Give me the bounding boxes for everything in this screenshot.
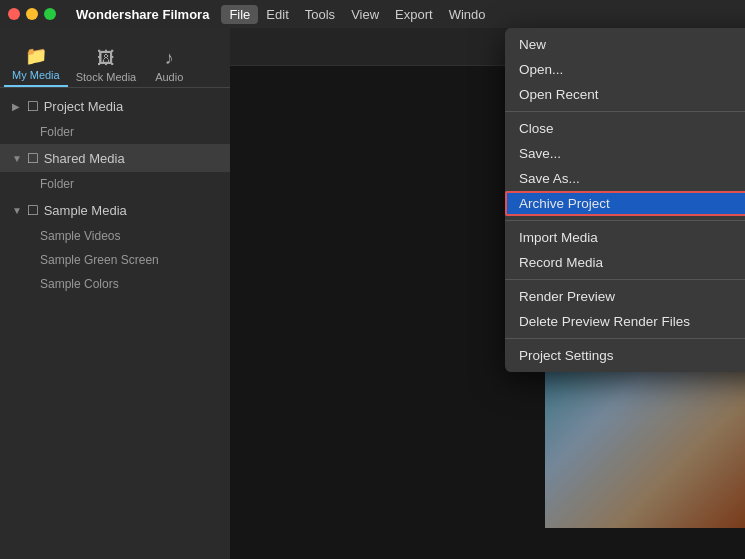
shared-media-label: Shared Media — [44, 151, 125, 166]
folder-icon-sample: □ — [28, 201, 38, 219]
menu-windo[interactable]: Windo — [441, 5, 494, 24]
menubar: Wondershare Filmora File Edit Tools View… — [0, 0, 745, 28]
menu-item-import-media-label: Import Media — [519, 230, 598, 245]
sidebar-item-sample-colors[interactable]: Sample Colors — [0, 272, 230, 296]
menu-item-archive-label: Archive Project — [519, 196, 610, 211]
tab-stock-media-label: Stock Media — [76, 71, 137, 83]
separator-3 — [505, 279, 745, 280]
sidebar-item-sample-green-screen[interactable]: Sample Green Screen — [0, 248, 230, 272]
chevron-icon-sample: ▼ — [12, 205, 22, 216]
menu-item-project-settings[interactable]: Project Settings — [505, 343, 745, 368]
menu-item-new[interactable]: New › — [505, 32, 745, 57]
menu-item-render-preview[interactable]: Render Preview — [505, 284, 745, 309]
menu-item-delete-preview[interactable]: Delete Preview Render Files — [505, 309, 745, 334]
folder-icon: □ — [28, 97, 38, 115]
sidebar-tree: ▶ □ Project Media Folder ▼ □ Shared Medi… — [0, 88, 230, 559]
tab-my-media-label: My Media — [12, 69, 60, 81]
menu-item-delete-preview-label: Delete Preview Render Files — [519, 314, 690, 329]
chevron-icon-shared: ▼ — [12, 153, 22, 164]
menu-item-render-preview-label: Render Preview — [519, 289, 615, 304]
menu-file[interactable]: File — [221, 5, 258, 24]
menu-export[interactable]: Export — [387, 5, 441, 24]
menu-edit[interactable]: Edit — [258, 5, 296, 24]
menu-item-save[interactable]: Save... ⌘S — [505, 141, 745, 166]
menu-item-save-label: Save... — [519, 146, 561, 161]
separator-1 — [505, 111, 745, 112]
file-dropdown-menu: New › Open... ⌘O Open Recent › Close ⌘W — [505, 28, 745, 372]
tab-audio[interactable]: ♪ Audio — [144, 44, 194, 87]
separator-4 — [505, 338, 745, 339]
menu-item-archive[interactable]: Archive Project ⇧⌘A — [505, 191, 745, 216]
menu-item-close[interactable]: Close ⌘W — [505, 116, 745, 141]
sidebar-item-project-media[interactable]: ▶ □ Project Media — [0, 92, 230, 120]
sample-colors-label: Sample Colors — [40, 277, 119, 291]
tab-my-media[interactable]: 📁 My Media — [4, 41, 68, 87]
menu-item-save-as-label: Save As... — [519, 171, 580, 186]
main-area: 📁 My Media 🖼 Stock Media ♪ Audio ▶ □ Pro… — [0, 28, 745, 559]
menu-item-open[interactable]: Open... ⌘O — [505, 57, 745, 82]
sample-green-screen-label: Sample Green Screen — [40, 253, 159, 267]
sidebar-item-shared-media[interactable]: ▼ □ Shared Media — [0, 144, 230, 172]
menu-item-close-label: Close — [519, 121, 554, 136]
menu-tools[interactable]: Tools — [297, 5, 343, 24]
menu-item-open-recent-label: Open Recent — [519, 87, 599, 102]
traffic-lights — [8, 8, 56, 20]
tab-stock-media[interactable]: 🖼 Stock Media — [68, 44, 145, 87]
menu-item-open-label: Open... — [519, 62, 563, 77]
sidebar-item-folder-2[interactable]: Folder — [0, 172, 230, 196]
menu-item-import-media[interactable]: Import Media › — [505, 225, 745, 250]
sample-media-label: Sample Media — [44, 203, 127, 218]
separator-2 — [505, 220, 745, 221]
menu-item-record-media[interactable]: Record Media › — [505, 250, 745, 275]
minimize-button[interactable] — [26, 8, 38, 20]
menu-item-record-media-label: Record Media — [519, 255, 603, 270]
folder-sub-label-2: Folder — [40, 177, 74, 191]
project-media-label: Project Media — [44, 99, 123, 114]
menu-item-save-as[interactable]: Save As... ⇧⌘S — [505, 166, 745, 191]
sidebar: 📁 My Media 🖼 Stock Media ♪ Audio ▶ □ Pro… — [0, 28, 230, 559]
folder-sub-label-1: Folder — [40, 125, 74, 139]
sidebar-item-sample-media[interactable]: ▼ □ Sample Media — [0, 196, 230, 224]
folder-icon-shared: □ — [28, 149, 38, 167]
audio-icon: ♪ — [165, 48, 174, 69]
stock-media-icon: 🖼 — [97, 48, 115, 69]
close-button[interactable] — [8, 8, 20, 20]
menu-view[interactable]: View — [343, 5, 387, 24]
sidebar-item-sample-videos[interactable]: Sample Videos — [0, 224, 230, 248]
menu-item-open-recent[interactable]: Open Recent › — [505, 82, 745, 107]
sidebar-item-folder-1[interactable]: Folder — [0, 120, 230, 144]
app-title: Wondershare Filmora — [76, 7, 209, 22]
menu-item-project-settings-label: Project Settings — [519, 348, 614, 363]
content-area: plit Scre ord ✓ New › Open... ⌘O Open Re… — [230, 28, 745, 559]
chevron-icon: ▶ — [12, 101, 22, 112]
sample-videos-label: Sample Videos — [40, 229, 121, 243]
maximize-button[interactable] — [44, 8, 56, 20]
menu-item-new-label: New — [519, 37, 546, 52]
tab-audio-label: Audio — [155, 71, 183, 83]
tabs-row: 📁 My Media 🖼 Stock Media ♪ Audio — [0, 28, 230, 88]
my-media-icon: 📁 — [25, 45, 47, 67]
